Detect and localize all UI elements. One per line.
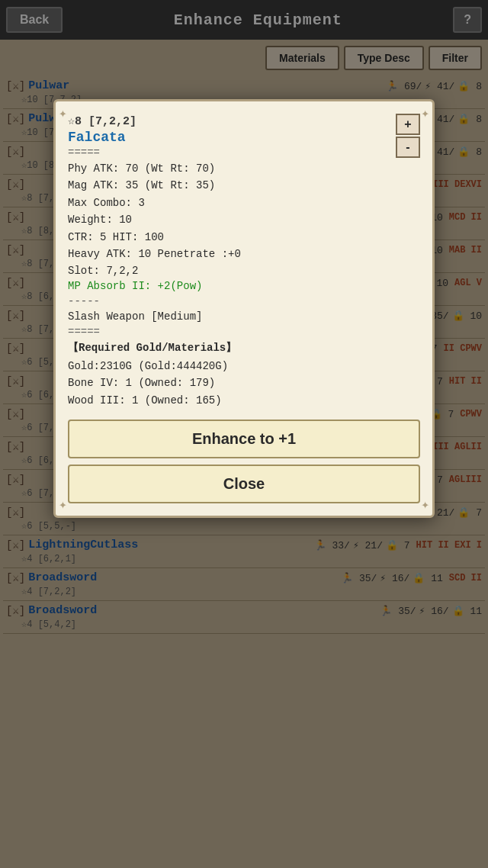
modal-stat-weight: Weight: 10	[68, 211, 396, 228]
modal-stat-heavy: Heavy ATK: 10 Penetrate :+0	[68, 246, 396, 262]
modal-corner-bl: ✦	[59, 496, 67, 513]
modal-type: Slash Weapon [Medium]	[68, 310, 396, 323]
modal-req-mat2: Wood III: 1 (Owned: 165)	[68, 392, 396, 409]
modal-stat-phy: Phy ATK: 70 (Wt Rt: 70)	[68, 160, 396, 177]
modal-stat-slot: Slot: 7,2,2	[68, 262, 396, 279]
plus-minus-controls: + -	[396, 114, 420, 158]
modal-divider-top: =====	[68, 146, 396, 159]
modal-corner-br: ✦	[421, 496, 429, 513]
modal-item-name: Falcata	[68, 130, 396, 145]
modal-req-header: 【Required Gold/Materials】	[68, 341, 396, 355]
plus-button[interactable]: +	[396, 114, 420, 135]
modal-stat-combo: Max Combo: 3	[68, 194, 396, 211]
enhance-modal: ✦ ✦ ✦ ✦ ☆8 [7,2,2] Falcata ===== Phy ATK…	[53, 99, 435, 518]
close-button[interactable]: Close	[68, 465, 420, 503]
modal-overlay: ✦ ✦ ✦ ✦ ☆8 [7,2,2] Falcata ===== Phy ATK…	[0, 0, 488, 868]
modal-stat-mag: Mag ATK: 35 (Wt Rt: 35)	[68, 177, 396, 194]
modal-corner-tr: ✦	[421, 104, 429, 121]
modal-corner-tl: ✦	[59, 104, 67, 121]
modal-section-divider: =====	[68, 326, 396, 338]
enhance-button[interactable]: Enhance to +1	[68, 420, 420, 458]
modal-type-divider: -----	[68, 295, 396, 307]
modal-stat-ability: MP Absorb II: +2(Pow)	[68, 280, 396, 292]
modal-req-mat1: Bone IV: 1 (Owned: 179)	[68, 375, 396, 391]
modal-item-level: ☆8 [7,2,2]	[68, 114, 136, 128]
minus-button[interactable]: -	[396, 137, 420, 158]
modal-req-gold: Gold:2310G (Gold:444420G)	[68, 358, 396, 375]
modal-stat-ctr: CTR: 5 HIT: 100	[68, 229, 396, 246]
